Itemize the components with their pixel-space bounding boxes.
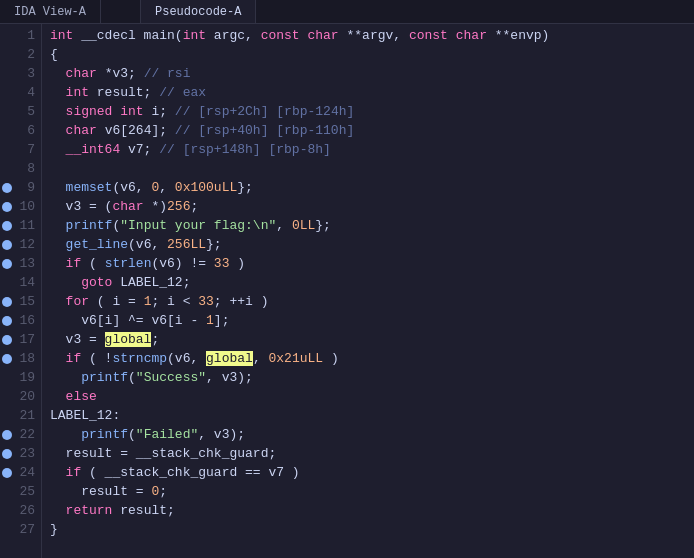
breakpoint-indicator bbox=[0, 330, 14, 349]
highlighted-token: global bbox=[105, 332, 152, 347]
breakpoint-indicator bbox=[0, 311, 14, 330]
tab-separator bbox=[101, 0, 141, 23]
line-number: 4 bbox=[18, 83, 35, 102]
code-line: v3 = (char *)256; bbox=[50, 197, 686, 216]
line-number: 13 bbox=[18, 254, 35, 273]
code-line: __int64 v7; // [rsp+148h] [rbp-8h] bbox=[50, 140, 686, 159]
kw-token: goto bbox=[81, 275, 112, 290]
breakpoint-dot bbox=[2, 183, 12, 193]
breakpoint-indicator bbox=[0, 292, 14, 311]
line-number: 11 bbox=[18, 216, 35, 235]
str-token: "Input your flag:\n" bbox=[120, 218, 276, 233]
num-token: 1 bbox=[206, 313, 214, 328]
breakpoint-indicator bbox=[0, 140, 14, 159]
breakpoint-indicator bbox=[0, 406, 14, 425]
kw-token: char bbox=[456, 28, 487, 43]
line-number: 22 bbox=[18, 425, 35, 444]
line-number: 19 bbox=[18, 368, 35, 387]
line-number: 12 bbox=[18, 235, 35, 254]
breakpoint-indicator bbox=[0, 83, 14, 102]
tab-pseudocode[interactable]: Pseudocode-A bbox=[141, 0, 256, 23]
breakpoint-indicator bbox=[0, 121, 14, 140]
code-line: signed int i; // [rsp+2Ch] [rbp-124h] bbox=[50, 102, 686, 121]
code-line: get_line(v6, 256LL}; bbox=[50, 235, 686, 254]
breakpoint-indicator bbox=[0, 501, 14, 520]
breakpoint-indicator bbox=[0, 368, 14, 387]
func-token: printf bbox=[81, 370, 128, 385]
kw-token: __int64 bbox=[66, 142, 121, 157]
code-line: printf("Success", v3); bbox=[50, 368, 686, 387]
breakpoint-dot bbox=[2, 316, 12, 326]
kw-token: char bbox=[66, 66, 97, 81]
code-line: int __cdecl main(int argc, const char **… bbox=[50, 26, 686, 45]
code-lines-column: int __cdecl main(int argc, const char **… bbox=[42, 24, 694, 558]
func-token: strncmp bbox=[112, 351, 167, 366]
breakpoint-indicator bbox=[0, 178, 14, 197]
breakpoint-dot bbox=[2, 240, 12, 250]
line-number: 8 bbox=[18, 159, 35, 178]
kw-token: int bbox=[120, 104, 143, 119]
kw-token: const bbox=[261, 28, 300, 43]
num-token: 256 bbox=[167, 199, 190, 214]
breakpoint-indicator bbox=[0, 254, 14, 273]
num-token: 0x100uLL bbox=[175, 180, 237, 195]
line-number: 5 bbox=[18, 102, 35, 121]
line-number: 3 bbox=[18, 64, 35, 83]
breakpoint-indicator bbox=[0, 425, 14, 444]
breakpoint-dot bbox=[2, 468, 12, 478]
line-number: 10 bbox=[18, 197, 35, 216]
line-number: 25 bbox=[18, 482, 35, 501]
code-line: printf("Failed", v3); bbox=[50, 425, 686, 444]
kw-token: const bbox=[409, 28, 448, 43]
code-line: char v6[264]; // [rsp+40h] [rbp-110h] bbox=[50, 121, 686, 140]
kw-token: char bbox=[112, 199, 143, 214]
breakpoint-indicator bbox=[0, 444, 14, 463]
str-token: "Failed" bbox=[136, 427, 198, 442]
line-number: 14 bbox=[18, 273, 35, 292]
kw-token: if bbox=[66, 256, 82, 271]
line-number: 6 bbox=[18, 121, 35, 140]
breakpoint-indicator bbox=[0, 463, 14, 482]
kw-token: int bbox=[50, 28, 73, 43]
str-token: "Success" bbox=[136, 370, 206, 385]
num-token: 256LL bbox=[167, 237, 206, 252]
code-line: if ( !strncmp(v6, global, 0x21uLL ) bbox=[50, 349, 686, 368]
code-line: LABEL_12: bbox=[50, 406, 686, 425]
code-line: memset(v6, 0, 0x100uLL}; bbox=[50, 178, 686, 197]
breakpoint-indicator bbox=[0, 387, 14, 406]
code-line: return result; bbox=[50, 501, 686, 520]
code-line: goto LABEL_12; bbox=[50, 273, 686, 292]
line-number: 20 bbox=[18, 387, 35, 406]
breakpoint-indicator bbox=[0, 216, 14, 235]
func-token: memset bbox=[66, 180, 113, 195]
code-area: 1234567891011121314151617181920212223242… bbox=[0, 24, 694, 558]
breakpoint-dot bbox=[2, 202, 12, 212]
code-line: } bbox=[50, 520, 686, 539]
breakpoint-dot bbox=[2, 221, 12, 231]
code-line: result = 0; bbox=[50, 482, 686, 501]
breakpoint-indicator bbox=[0, 45, 14, 64]
breakpoint-indicator bbox=[0, 159, 14, 178]
tab-ida-view[interactable]: IDA View-A bbox=[0, 0, 101, 23]
comment-token: // [rsp+148h] [rbp-8h] bbox=[159, 142, 331, 157]
kw-token: if bbox=[66, 465, 82, 480]
line-number: 23 bbox=[18, 444, 35, 463]
kw-token: int bbox=[183, 28, 206, 43]
code-line: v6[i] ^= v6[i - 1]; bbox=[50, 311, 686, 330]
tab-bar: IDA View-A Pseudocode-A bbox=[0, 0, 694, 24]
func-token: printf bbox=[66, 218, 113, 233]
num-token: 0 bbox=[151, 180, 159, 195]
kw-token: if bbox=[66, 351, 82, 366]
code-line: int result; // eax bbox=[50, 83, 686, 102]
breakpoints-column bbox=[0, 24, 14, 558]
breakpoint-dot bbox=[2, 449, 12, 459]
comment-token: // [rsp+2Ch] [rbp-124h] bbox=[175, 104, 354, 119]
code-line: printf("Input your flag:\n", 0LL}; bbox=[50, 216, 686, 235]
code-line: if ( __stack_chk_guard == v7 ) bbox=[50, 463, 686, 482]
num-token: 0x21uLL bbox=[268, 351, 323, 366]
breakpoint-dot bbox=[2, 354, 12, 364]
breakpoint-indicator bbox=[0, 197, 14, 216]
line-number: 2 bbox=[18, 45, 35, 64]
line-number: 26 bbox=[18, 501, 35, 520]
line-number: 15 bbox=[18, 292, 35, 311]
